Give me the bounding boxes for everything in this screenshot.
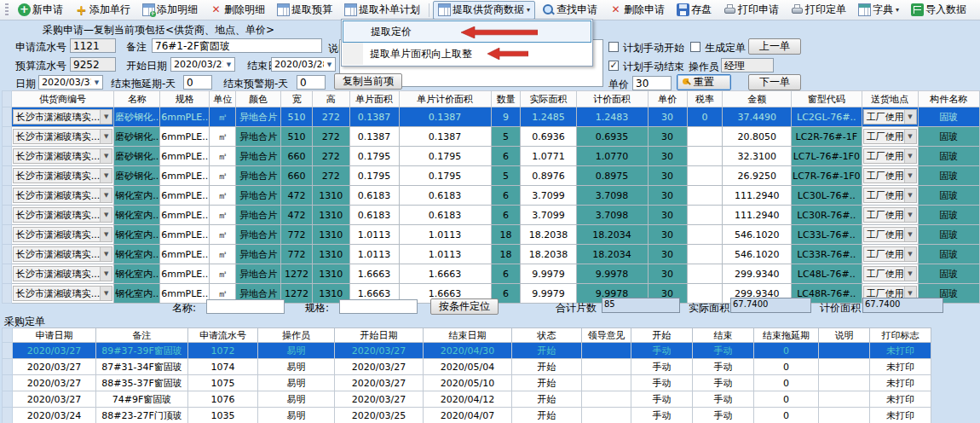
supplier-combo[interactable]: 长沙市潇湘玻璃实...▼ [13,246,113,262]
table-cell[interactable]: 0.1387 [399,107,491,127]
table-cell[interactable]: 472 [280,186,312,206]
table-cell[interactable]: 9.9979 [521,264,576,284]
table-cell[interactable]: 88#23-27F门顶玻 [96,408,188,423]
table-cell[interactable]: 6mmPLE.. [160,166,210,186]
table-cell[interactable]: 6 [491,147,521,166]
table-cell[interactable]: 510 [280,107,312,127]
table-cell[interactable]: 111.2940 [723,206,792,225]
chevron-down-icon[interactable]: ▼ [100,188,112,202]
table-cell[interactable]: 1.6663 [349,264,399,284]
table-cell[interactable]: 0.6183 [399,186,491,206]
table-cell[interactable]: 88#35-37F窗固玻 [96,375,188,391]
chevron-down-icon[interactable]: ▼ [100,130,112,143]
table-cell[interactable]: 6mmPLE.. [160,225,210,245]
table-cell[interactable]: 74#9F窗固玻 [96,391,188,408]
chevron-down-icon[interactable]: ▼ [100,287,112,300]
chevron-down-icon[interactable]: ▼ [91,79,102,86]
copy-current-button[interactable]: 复制当前项 [334,73,402,90]
table-cell[interactable]: 18 [491,225,521,245]
table-cell[interactable]: 1310 [312,225,349,245]
table-cell[interactable]: 1310 [312,245,349,264]
chevron-down-icon[interactable]: ▼ [904,169,916,183]
table-cell[interactable]: 固玻 [918,166,979,186]
table-cell[interactable]: 1.0770 [576,147,648,166]
table-cell[interactable]: 固玻 [918,186,979,206]
table-cell[interactable]: 30 [648,127,687,147]
table-cell[interactable] [819,408,870,423]
manual-start-checkbox[interactable] [608,42,619,52]
chevron-down-icon[interactable]: ▼ [904,267,916,281]
table-cell[interactable] [582,343,631,359]
supplier-combo[interactable]: 长沙市潇湘玻璃实...▼ [13,266,113,281]
table-cell[interactable] [819,375,870,391]
table-cell[interactable] [582,375,631,391]
table-cell[interactable]: LC33R-76#.. [792,245,862,264]
table-cell[interactable]: 长沙市潇湘玻璃实...▼ [11,147,114,166]
table-cell[interactable]: 20.8050 [723,127,792,147]
table-cell[interactable]: 固玻 [918,107,979,127]
next-order-button[interactable]: 下一单 [748,74,801,90]
table-cell[interactable]: 0 [754,391,819,408]
chevron-down-icon[interactable]: ▼ [223,61,234,68]
chevron-down-icon[interactable]: ▼ [904,208,916,222]
table-cell[interactable]: 1.0113 [399,245,491,264]
table-cell[interactable]: 固玻 [918,206,979,225]
supplier-combo[interactable]: 长沙市潇湘玻璃实...▼ [13,286,113,301]
table-cell[interactable]: ㎡ [210,206,236,225]
table-cell[interactable]: 6 [491,186,521,206]
delivery-location-combo[interactable]: 工厂使用▼ [863,188,917,203]
table-cell[interactable]: LC30R-76#.. [792,206,862,225]
table-cell[interactable]: LC2R-76#-1F [792,127,862,147]
table-cell[interactable]: 手动 [631,343,693,359]
locate-by-condition-button[interactable]: 按条件定位 [430,298,499,315]
budget-field[interactable]: 9252 [70,57,116,72]
toolbar-button-delete-detail[interactable]: 删除明细 [205,1,270,20]
table-cell[interactable]: 30 [648,225,687,245]
table-cell[interactable]: 工厂使用▼ [862,166,918,186]
table-cell[interactable]: 长沙市潇湘玻璃实...▼ [11,225,114,245]
table-cell[interactable]: 6 [491,206,521,225]
table-row[interactable]: 长沙市潇湘玻璃实...▼磨砂钢化..6mmPLE..㎡异地合片5102720.1… [3,107,980,127]
chevron-down-icon[interactable]: ▼ [100,247,112,261]
table-cell[interactable]: 2020/04/30 [424,343,512,359]
table-cell[interactable]: ㎡ [210,186,236,206]
toolbar-button-import-data[interactable]: 导入数据 [906,1,971,20]
table-cell[interactable]: ㎡ [210,107,236,127]
table-cell[interactable]: 长沙市潇湘玻璃实...▼ [11,206,114,225]
table-cell[interactable]: 37.4490 [723,107,792,127]
table-cell[interactable]: 未打印 [870,343,931,359]
table-cell[interactable] [582,408,631,423]
table-cell[interactable]: 0.1387 [349,107,399,127]
table-cell[interactable]: 开始 [512,359,582,375]
table-cell[interactable]: 手动 [693,375,754,391]
table-cell[interactable]: 1.0113 [349,225,399,245]
toolbar-button-extract-budget[interactable]: 提取预算 [272,1,337,20]
table-cell[interactable]: 1.0113 [399,225,491,245]
chevron-down-icon[interactable]: ▼ [100,169,112,183]
table-cell[interactable]: 异地合片 [235,127,280,147]
table-cell[interactable]: 1074 [188,359,258,375]
table-cell[interactable]: 772 [280,245,312,264]
table-cell[interactable]: 固玻 [918,147,979,166]
table-cell[interactable]: 510 [280,127,312,147]
table-cell[interactable] [687,147,723,166]
toolbar-button-new-request[interactable]: 新申请 [13,1,68,20]
table-cell[interactable]: 30 [648,147,687,166]
supplier-combo[interactable]: 长沙市潇湘玻璃实...▼ [13,148,113,164]
table-cell[interactable]: 异地合片 [235,264,280,284]
table-cell[interactable]: 异地合片 [235,107,280,127]
table-cell[interactable] [582,391,631,408]
table-cell[interactable]: 手动 [631,375,693,391]
chevron-down-icon[interactable]: ▼ [904,247,916,261]
table-cell[interactable]: 546.1020 [723,225,792,245]
table-cell[interactable]: 18 [491,245,521,264]
table-cell[interactable]: 111.2940 [723,186,792,206]
table-cell[interactable]: 1310 [312,264,349,284]
chevron-down-icon[interactable]: ▼ [100,228,112,241]
table-cell[interactable]: 未打印 [870,375,931,391]
chevron-down-icon[interactable]: ▼ [904,228,916,241]
table-cell[interactable]: 87#31-34F窗固玻 [96,359,188,375]
table-cell[interactable]: 0.6183 [399,206,491,225]
supplier-combo[interactable]: 长沙市潇湘玻璃实...▼ [13,109,113,125]
table-cell[interactable]: 2020/03/25 [335,408,424,423]
